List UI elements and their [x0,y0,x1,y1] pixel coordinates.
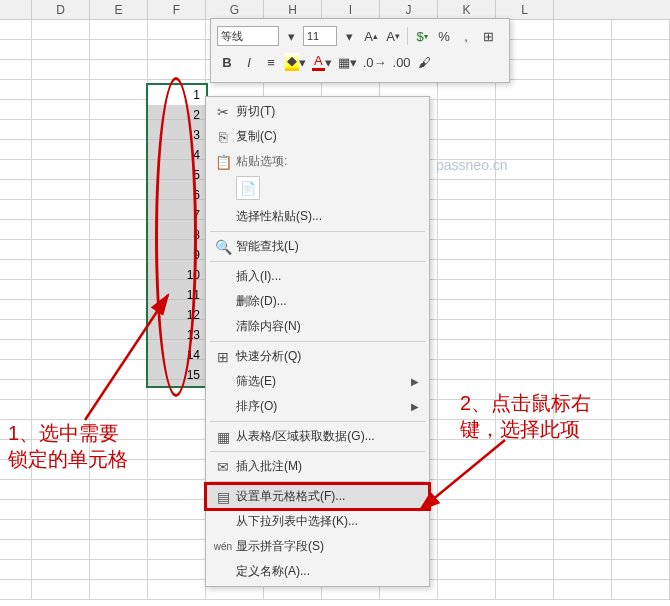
cell[interactable] [90,80,148,100]
cell[interactable] [612,120,670,140]
cell[interactable] [438,440,496,460]
cell[interactable] [438,80,496,100]
cell[interactable] [612,340,670,360]
cell[interactable] [612,580,670,600]
cell[interactable] [612,540,670,560]
cell[interactable] [438,320,496,340]
cell[interactable] [32,320,90,340]
cell[interactable] [438,120,496,140]
cell[interactable] [90,540,148,560]
cell[interactable] [496,100,554,120]
cell[interactable] [554,260,612,280]
cell[interactable] [554,240,612,260]
cell[interactable] [32,580,90,600]
cell[interactable] [612,80,670,100]
cell[interactable] [438,540,496,560]
cell[interactable] [612,100,670,120]
cell[interactable] [554,20,612,40]
cell[interactable] [612,560,670,580]
cell[interactable] [554,440,612,460]
cell[interactable] [438,460,496,480]
cell[interactable] [438,380,496,400]
cell[interactable] [148,540,206,560]
column-header-I[interactable]: I [322,0,380,19]
cell[interactable] [438,220,496,240]
align-center-icon[interactable]: ≡ [261,52,281,72]
cell[interactable] [554,480,612,500]
cell[interactable] [148,20,206,40]
cell[interactable] [438,500,496,520]
cell[interactable] [612,480,670,500]
cell[interactable] [148,60,206,80]
cell[interactable] [90,60,148,80]
cell[interactable] [90,300,148,320]
cell[interactable] [32,440,90,460]
cell[interactable] [554,320,612,340]
cell[interactable] [438,160,496,180]
ctx-insert[interactable]: 插入(I)... [206,264,429,289]
cell[interactable] [438,200,496,220]
cell[interactable] [148,480,206,500]
cell[interactable] [438,360,496,380]
cell[interactable] [90,580,148,600]
cell[interactable] [32,140,90,160]
cell[interactable] [32,40,90,60]
ctx-format-cells[interactable]: ▤ 设置单元格格式(F)... [206,484,429,509]
cell[interactable] [554,100,612,120]
cell[interactable] [554,160,612,180]
decrease-font-icon[interactable]: A▾ [383,26,403,46]
cell[interactable] [554,560,612,580]
cell[interactable] [32,380,90,400]
cell[interactable] [90,100,148,120]
cell[interactable] [32,500,90,520]
cell[interactable] [496,380,554,400]
cell[interactable] [496,420,554,440]
cell[interactable] [90,560,148,580]
cell[interactable] [32,220,90,240]
column-header-K[interactable]: K [438,0,496,19]
cell[interactable] [496,240,554,260]
cell[interactable] [554,460,612,480]
ctx-smart-lookup[interactable]: 🔍 智能查找(L) [206,234,429,259]
cell[interactable] [32,100,90,120]
cell[interactable] [32,160,90,180]
cell[interactable] [90,380,148,400]
cell[interactable] [554,140,612,160]
cell[interactable] [612,40,670,60]
cell[interactable] [438,480,496,500]
font-name-dropdown-icon[interactable]: ▾ [281,26,301,46]
cell[interactable] [554,400,612,420]
ctx-define-name[interactable]: 定义名称(A)... [206,559,429,584]
cell[interactable] [90,340,148,360]
cell[interactable] [496,560,554,580]
cell[interactable] [90,120,148,140]
cell[interactable] [32,200,90,220]
cell[interactable] [612,420,670,440]
paste-option-1[interactable]: 📄 [236,176,260,200]
cell[interactable] [32,520,90,540]
cell[interactable] [496,260,554,280]
cell[interactable] [554,580,612,600]
column-header-D[interactable]: D [32,0,90,19]
font-size-dropdown-icon[interactable]: ▾ [339,26,359,46]
cell[interactable] [438,420,496,440]
cell[interactable] [554,40,612,60]
cell[interactable] [90,520,148,540]
italic-button[interactable]: I [239,52,259,72]
cell[interactable] [612,400,670,420]
column-header-J[interactable]: J [380,0,438,19]
cell[interactable] [496,300,554,320]
cell[interactable] [554,420,612,440]
cell[interactable] [438,280,496,300]
ctx-show-phonetic[interactable]: wén 显示拼音字段(S) [206,534,429,559]
cell[interactable] [32,420,90,440]
ctx-clear-contents[interactable]: 清除内容(N) [206,314,429,339]
cell[interactable] [554,340,612,360]
cell[interactable] [496,540,554,560]
cell[interactable] [612,320,670,340]
cell[interactable] [32,460,90,480]
cell[interactable] [438,240,496,260]
cell[interactable] [496,580,554,600]
cell[interactable] [438,580,496,600]
cell[interactable] [148,500,206,520]
